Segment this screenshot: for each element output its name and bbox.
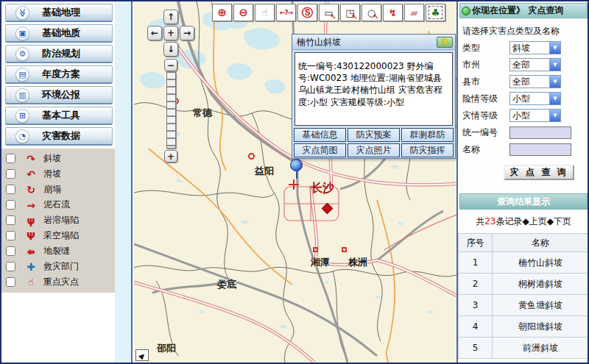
field-label: 县市 <box>462 76 509 88</box>
result-name[interactable]: 前洲斜坡 <box>493 338 589 359</box>
disaster-marker[interactable] <box>289 179 299 190</box>
popup-action-button[interactable]: 灾点简图 <box>294 143 346 157</box>
layer-checkbox[interactable] <box>6 154 15 163</box>
layer-checkbox[interactable] <box>6 277 15 287</box>
layer-checkbox[interactable] <box>6 215 15 225</box>
polygon-select-icon: ◳ <box>345 7 354 18</box>
type-select[interactable]: 斜坡 <box>509 41 561 54</box>
toolbar-button[interactable]: ↯ <box>383 4 403 21</box>
form-row: 险情等级 小型 <box>462 92 589 105</box>
menu-item[interactable]: ◔ 灾害数据 <box>5 127 113 146</box>
menu-item[interactable]: ▣ 基础地质 <box>5 24 113 43</box>
collapse-icon: ↻ <box>24 185 38 195</box>
layer-checkbox[interactable] <box>6 200 15 210</box>
panel-header: 你现在位置》 灾点查询 <box>459 3 588 18</box>
zoom-out-button[interactable]: − <box>164 59 177 71</box>
pan-center-button[interactable]: + <box>163 26 178 40</box>
result-row[interactable]: 5 前洲斜坡 <box>459 338 589 359</box>
pagination: 共23条记录◆上页◆下页 <box>458 215 589 228</box>
result-row[interactable]: 2 桐树港斜坡 <box>459 274 589 295</box>
prev-page-link[interactable]: ◆上页 <box>522 216 546 226</box>
popup-action-button[interactable]: 基础信息 <box>294 128 346 142</box>
name-input[interactable] <box>509 143 571 156</box>
toolbar-button[interactable]: ⊖ <box>233 4 253 21</box>
disaster-marker[interactable] <box>248 153 255 160</box>
result-row[interactable]: 4 朝阳塘斜坡 <box>459 316 589 338</box>
query-panel: 你现在位置》 灾点查询 请选择灾害点类型及名称 类型 斜坡 市州 全部 <box>456 1 589 363</box>
layer-label: 泥石流 <box>43 199 70 211</box>
disaster-query-button[interactable]: 灾 点 查 询 <box>504 165 574 180</box>
zoom-slider[interactable] <box>166 72 176 149</box>
result-no: 5 <box>459 338 493 359</box>
result-name[interactable]: 楠竹山斜坡 <box>493 252 589 274</box>
layer-checkbox[interactable] <box>6 169 15 179</box>
popup-action-button[interactable]: 防灾指挥 <box>401 143 454 157</box>
layer-checkbox[interactable] <box>6 185 15 194</box>
layer-label: 崩塌 <box>43 183 61 196</box>
result-row[interactable]: 3 黄鱼塘斜坡 <box>459 295 589 316</box>
popup-action-button[interactable]: 群测群防 <box>401 128 454 142</box>
risk-level-select[interactable]: 小型 <box>509 92 561 105</box>
layer-checkbox[interactable] <box>6 246 15 256</box>
toolbar-button[interactable]: ○ <box>361 4 381 21</box>
layer-row: Ψ 采空塌陷 <box>1 228 115 243</box>
menu-item[interactable]: ⚙ 防治规划 <box>5 45 113 63</box>
pan-up-button[interactable]: ↑ <box>163 10 178 24</box>
toolbar-button[interactable]: ←?→ <box>276 4 296 21</box>
layer-row: ψ 岩溶塌陷 <box>1 213 115 228</box>
menu-item[interactable]: ≫ 基础地理 <box>5 4 113 22</box>
form-row: 统一编号 <box>462 126 589 139</box>
menu-item[interactable]: ▥ 环境公报 <box>5 86 113 104</box>
layer-label: 采空塌陷 <box>43 229 79 242</box>
disaster-marker[interactable] <box>342 247 347 252</box>
layer-label: 滑坡 <box>43 168 61 180</box>
form-row: 县市 全部 <box>462 75 589 88</box>
toolbar-button[interactable]: ◳ <box>340 4 360 21</box>
disaster-info-popup: 楠竹山斜坡 X 统一编号:430122000023 野外编号:WC0023 地理… <box>292 34 456 159</box>
toolbar-button[interactable]: ▰ <box>404 4 424 21</box>
chevron-down-icon[interactable] <box>549 42 560 54</box>
menu-item-label: 基础地理 <box>42 6 80 19</box>
result-name[interactable]: 桐树港斜坡 <box>493 274 589 295</box>
toolbar-button[interactable]: Ⓢ <box>297 4 317 21</box>
menu-item-label: 年度方案 <box>42 68 80 81</box>
county-select[interactable]: 全部 <box>509 75 561 88</box>
result-no: 3 <box>459 295 493 316</box>
pan-down-button[interactable]: ↓ <box>163 42 178 57</box>
map-toolbar: ⊕ ⊖ ☝ ←?→ Ⓢ ▭ <box>212 4 445 21</box>
toolbar-button[interactable]: ☝ <box>255 4 275 21</box>
result-no: 4 <box>459 316 493 338</box>
tools-icon: ⚙ <box>19 50 27 58</box>
result-name[interactable]: 朝阳塘斜坡 <box>493 316 589 338</box>
chevron-down-icon[interactable] <box>549 110 560 121</box>
layer-checkbox[interactable] <box>6 231 15 240</box>
result-name[interactable]: 黄鱼塘斜坡 <box>493 295 589 316</box>
menu-item[interactable]: ⊞ 基本工具 <box>5 107 113 125</box>
pan-left-button[interactable]: ← <box>147 26 162 40</box>
layer-checkbox[interactable] <box>6 262 15 271</box>
disaster-level-select[interactable]: 小型 <box>509 109 561 122</box>
zoom-in-button[interactable]: + <box>164 150 177 163</box>
measure-icon: ←?→ <box>280 9 292 16</box>
result-row[interactable]: 1 楠竹山斜坡 <box>459 252 589 274</box>
toolbar-button[interactable]: ▭ <box>319 4 339 21</box>
close-icon[interactable]: X <box>437 37 453 48</box>
popup-action-button[interactable]: 灾点照片 <box>348 143 400 157</box>
unified-code-input[interactable] <box>509 126 571 139</box>
popup-action-button[interactable]: 防灾预案 <box>348 128 400 142</box>
toolbar-button[interactable]: ⊕ <box>212 4 232 21</box>
toolbar-button[interactable]: ♣ <box>426 4 445 21</box>
chevron-down-icon[interactable] <box>549 76 560 88</box>
menu-icon: ▤ <box>15 68 29 82</box>
city-label: 长沙 <box>311 181 334 196</box>
city-select[interactable]: 全部 <box>509 58 561 71</box>
field-label: 统一编号 <box>462 126 509 139</box>
next-page-link[interactable]: ◆下页 <box>547 216 571 226</box>
chevron-down-icon[interactable] <box>549 93 560 104</box>
pan-right-button[interactable]: → <box>180 26 194 40</box>
menu-item[interactable]: ▤ 年度方案 <box>5 65 113 84</box>
chevron-down-icon[interactable] <box>549 59 560 71</box>
disaster-marker[interactable] <box>313 247 318 252</box>
overview-arrow-button[interactable]: ▶ <box>135 349 149 361</box>
disaster-marker[interactable] <box>290 159 303 171</box>
